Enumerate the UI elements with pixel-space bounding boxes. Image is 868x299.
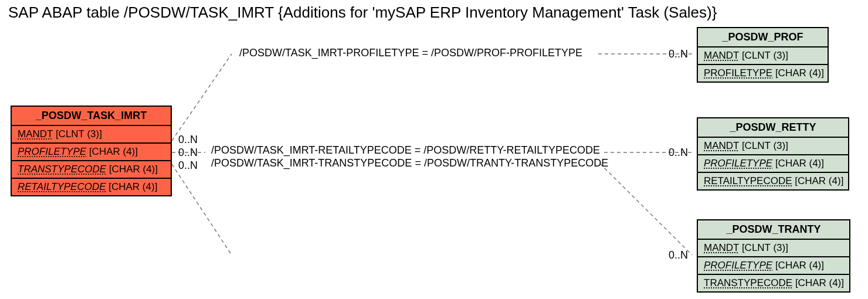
field-name: TRANSTYPECODE xyxy=(18,164,106,175)
field-row: RETAILTYPECODE [CHAR (4)] xyxy=(698,173,848,189)
field-type: [CHAR (4)] xyxy=(108,181,157,192)
field-row: MANDT [CLNT (3)] xyxy=(12,126,171,144)
field-row: RETAILTYPECODE [CHAR (4)] xyxy=(12,179,171,195)
multiplicity-label: 0..N xyxy=(669,48,688,60)
field-name: MANDT xyxy=(18,128,53,140)
field-type: [CHAR (4)] xyxy=(775,158,824,169)
entity-prof: _POSDW_PROF MANDT [CLNT (3)] PROFILETYPE… xyxy=(697,27,829,83)
field-name: RETAILTYPECODE xyxy=(18,181,106,192)
relation-label: /POSDW/TASK_IMRT-TRANSTYPECODE = /POSDW/… xyxy=(211,157,608,169)
field-type: [CLNT (3)] xyxy=(742,50,788,61)
multiplicity-label: 0..N xyxy=(178,147,198,159)
field-type: [CLNT (3)] xyxy=(56,128,102,140)
field-name: PROFILETYPE xyxy=(704,158,772,169)
field-type: [CHAR (4)] xyxy=(775,67,824,79)
field-name: RETAILTYPECODE xyxy=(704,175,792,186)
svg-line-0 xyxy=(172,54,232,141)
field-type: [CLNT (3)] xyxy=(742,140,788,151)
field-name: TRANSTYPECODE xyxy=(704,277,792,288)
field-type: [CHAR (4)] xyxy=(775,260,824,271)
field-type: [CLNT (3)] xyxy=(742,242,788,253)
multiplicity-label: 0..N xyxy=(178,134,198,146)
field-name: MANDT xyxy=(704,140,739,151)
field-row: PROFILETYPE [CHAR (4)] xyxy=(698,155,848,173)
svg-line-4 xyxy=(172,164,232,255)
multiplicity-label: 0..N xyxy=(669,147,688,159)
entity-header: _POSDW_TRANTY xyxy=(698,220,849,240)
page-title: SAP ABAP table /POSDW/TASK_IMRT {Additio… xyxy=(8,4,717,22)
multiplicity-label: 0..N xyxy=(178,159,198,172)
field-name: PROFILETYPE xyxy=(704,67,772,79)
field-name: MANDT xyxy=(704,242,739,253)
field-type: [CHAR (4)] xyxy=(795,175,843,186)
entity-header: _POSDW_PROF xyxy=(698,28,828,47)
field-name: PROFILETYPE xyxy=(18,146,86,157)
field-row: TRANSTYPECODE [CHAR (4)] xyxy=(698,275,849,291)
field-row: PROFILETYPE [CHAR (4)] xyxy=(12,144,171,161)
field-row: MANDT [CLNT (3)] xyxy=(698,47,828,65)
entity-retty: _POSDW_RETTY MANDT [CLNT (3)] PROFILETYP… xyxy=(697,117,849,191)
field-row: PROFILETYPE [CHAR (4)] xyxy=(698,65,828,81)
field-type: [CHAR (4)] xyxy=(89,146,138,157)
entity-header: _POSDW_RETTY xyxy=(698,118,848,138)
field-row: MANDT [CLNT (3)] xyxy=(698,138,848,155)
entity-header: _POSDW_TASK_IMRT xyxy=(12,107,171,126)
entity-tranty: _POSDW_TRANTY MANDT [CLNT (3)] PROFILETY… xyxy=(697,219,850,293)
field-row: TRANSTYPECODE [CHAR (4)] xyxy=(12,161,171,179)
entity-task-imrt: _POSDW_TASK_IMRT MANDT [CLNT (3)] PROFIL… xyxy=(11,106,172,196)
field-type: [CHAR (4)] xyxy=(109,164,158,175)
field-name: MANDT xyxy=(704,50,739,61)
svg-line-5 xyxy=(600,164,692,255)
field-type: [CHAR (4)] xyxy=(795,277,844,288)
field-row: MANDT [CLNT (3)] xyxy=(698,240,849,257)
field-row: PROFILETYPE [CHAR (4)] xyxy=(698,257,849,275)
relation-label: /POSDW/TASK_IMRT-PROFILETYPE = /POSDW/PR… xyxy=(239,47,582,59)
relation-label: /POSDW/TASK_IMRT-RETAILTYPECODE = /POSDW… xyxy=(211,144,600,157)
field-name: PROFILETYPE xyxy=(704,260,772,271)
diagram-canvas: SAP ABAP table /POSDW/TASK_IMRT {Additio… xyxy=(0,0,868,299)
multiplicity-label: 0..N xyxy=(669,249,688,261)
